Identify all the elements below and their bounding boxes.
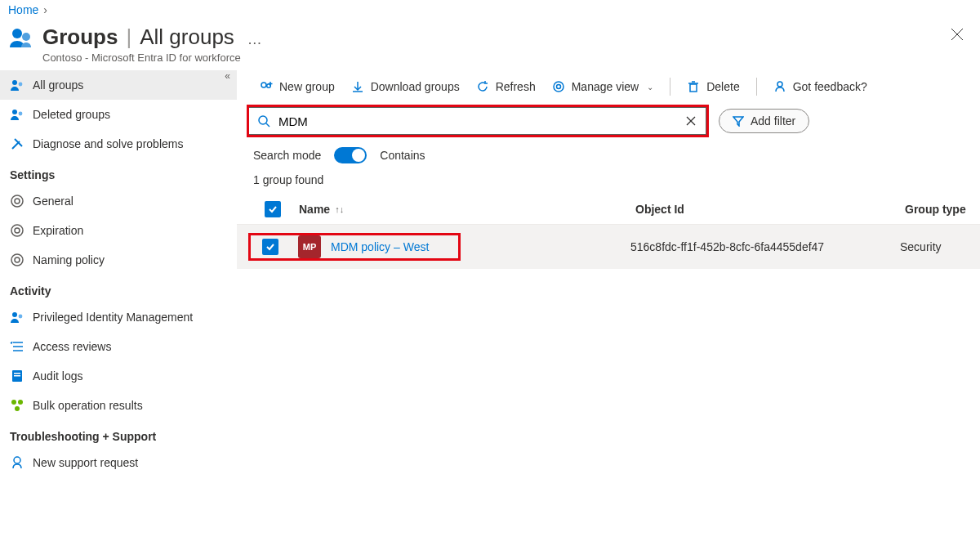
add-filter-label: Add filter	[751, 114, 795, 128]
page-title-sub: All groups	[140, 25, 234, 50]
search-mode-toggle[interactable]	[334, 147, 367, 163]
group-name-link[interactable]: MDM policy – West	[331, 240, 429, 253]
sidebar-section-activity: Activity	[0, 275, 237, 302]
sidebar-section-settings: Settings	[0, 159, 237, 186]
sidebar-item-label: Privileged Identity Management	[33, 311, 193, 324]
search-mode-row: Search mode Contains	[237, 144, 980, 168]
svg-point-27	[14, 457, 20, 463]
svg-point-4	[12, 80, 17, 85]
svg-point-12	[15, 228, 20, 233]
svg-rect-36	[690, 84, 697, 92]
breadcrumb-home[interactable]: Home	[8, 3, 38, 16]
download-groups-button[interactable]: Download groups	[345, 77, 466, 96]
column-grouptype-header[interactable]: Group type	[905, 203, 980, 216]
svg-point-0	[12, 29, 22, 38]
sidebar-item-diagnose[interactable]: Diagnose and solve problems	[0, 129, 237, 159]
svg-line-41	[266, 123, 270, 127]
toolbar-label: Refresh	[496, 80, 536, 93]
feedback-icon	[773, 80, 786, 93]
manage-view-button[interactable]: Manage view ⌄	[546, 77, 661, 96]
groups-header-icon	[8, 25, 34, 51]
result-count: 1 group found	[237, 168, 980, 195]
command-bar: New group Download groups Refresh Manage…	[237, 74, 980, 105]
sidebar-item-expiration[interactable]: Expiration	[0, 216, 237, 245]
svg-point-7	[19, 112, 23, 116]
separator	[670, 78, 670, 96]
search-mode-value: Contains	[380, 149, 425, 162]
filter-icon	[733, 115, 744, 127]
search-input[interactable]	[278, 114, 676, 128]
new-group-button[interactable]: New group	[253, 77, 341, 96]
download-icon	[351, 80, 364, 93]
svg-point-17	[19, 315, 23, 319]
toolbar-label: Got feedback?	[793, 80, 867, 93]
sidebar-item-general[interactable]: General	[0, 186, 237, 216]
chevron-right-icon: ›	[43, 3, 47, 16]
gear-icon	[552, 80, 565, 93]
svg-point-28	[261, 83, 266, 87]
toolbar-label: Manage view	[572, 80, 639, 93]
svg-point-1	[22, 33, 30, 41]
separator	[756, 78, 757, 96]
row-highlight-box: MP MDM policy – West	[248, 233, 461, 261]
svg-point-39	[777, 82, 782, 87]
cell-group-type: Security	[900, 240, 980, 253]
sidebar-item-new-support[interactable]: New support request	[0, 448, 237, 477]
page-header: Groups | All groups … Contoso - Microsof…	[0, 16, 980, 67]
toolbar-label: Delete	[706, 80, 739, 93]
sort-icon: ↑↓	[335, 204, 344, 214]
close-button[interactable]	[942, 25, 972, 44]
svg-point-13	[11, 225, 23, 236]
sidebar-item-deleted-groups[interactable]: Deleted groups	[0, 100, 237, 129]
sidebar-item-label: Naming policy	[33, 253, 105, 266]
sidebar-item-label: General	[33, 195, 74, 208]
column-name-header[interactable]: Name ↑↓	[292, 203, 635, 216]
feedback-button[interactable]: Got feedback?	[767, 77, 874, 96]
cell-object-id: 516c8fdc-ff1f-452b-8cfc-6fa4455def47	[630, 240, 900, 253]
sidebar-item-pim[interactable]: Privileged Identity Management	[0, 302, 237, 332]
search-row: Add filter	[237, 105, 980, 144]
svg-point-5	[19, 83, 23, 87]
svg-rect-22	[14, 373, 20, 374]
page-subtitle: Contoso - Microsoft Entra ID for workfor…	[42, 51, 262, 64]
search-input-container	[249, 107, 706, 135]
search-icon	[249, 114, 278, 128]
svg-point-34	[556, 85, 560, 89]
search-mode-label: Search mode	[253, 149, 321, 162]
sidebar-item-bulk-results[interactable]: Bulk operation results	[0, 391, 237, 420]
sidebar-item-label: Bulk operation results	[33, 399, 143, 412]
wrench-icon	[10, 136, 24, 151]
collapse-sidebar-button[interactable]: «	[225, 70, 230, 82]
sidebar-item-all-groups[interactable]: All groups	[0, 70, 237, 100]
sidebar-item-label: New support request	[33, 456, 138, 469]
sidebar-item-access-reviews[interactable]: Access reviews	[0, 332, 237, 361]
breadcrumb: Home ›	[0, 0, 980, 16]
svg-point-10	[15, 199, 20, 204]
bulk-icon	[10, 398, 24, 413]
svg-point-16	[12, 312, 17, 317]
main-panel: New group Download groups Refresh Manage…	[237, 67, 980, 477]
clear-search-button[interactable]	[676, 116, 706, 126]
new-group-icon	[260, 80, 273, 93]
svg-point-6	[12, 110, 17, 114]
svg-marker-44	[733, 117, 743, 126]
sidebar-item-naming-policy[interactable]: Naming policy	[0, 245, 237, 275]
select-all-checkbox[interactable]	[253, 201, 292, 217]
search-highlight-box	[247, 105, 709, 137]
checkbox-icon	[262, 239, 278, 255]
sidebar-item-label: Expiration	[33, 224, 83, 237]
sidebar-item-label: Deleted groups	[33, 108, 110, 121]
more-actions-button[interactable]: …	[247, 31, 262, 48]
svg-point-15	[11, 254, 23, 266]
row-checkbox[interactable]	[251, 239, 290, 255]
gear-icon	[10, 223, 24, 238]
column-objectid-header[interactable]: Object Id	[635, 203, 905, 216]
svg-point-11	[11, 195, 23, 207]
support-icon	[10, 455, 24, 470]
delete-button[interactable]: Delete	[680, 77, 746, 96]
table-row[interactable]: MP MDM policy – West 516c8fdc-ff1f-452b-…	[237, 225, 980, 269]
refresh-button[interactable]: Refresh	[470, 77, 542, 96]
add-filter-button[interactable]: Add filter	[719, 109, 809, 133]
toolbar-label: Download groups	[371, 80, 460, 93]
sidebar-item-audit-logs[interactable]: Audit logs	[0, 361, 237, 391]
